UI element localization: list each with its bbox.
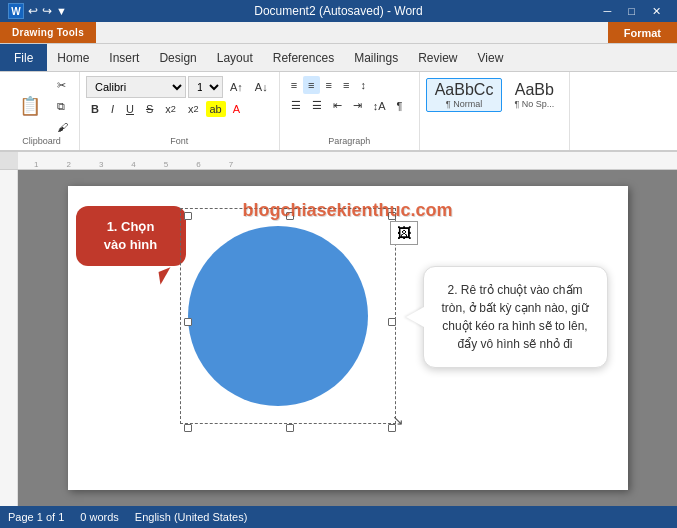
title-bar-title: Document2 (Autosaved) - Word — [254, 4, 423, 18]
style-no-spacing-label: ¶ No Sp... — [514, 99, 554, 109]
tab-references[interactable]: References — [263, 44, 344, 71]
resize-cursor: ↘ — [392, 412, 404, 428]
tab-file[interactable]: File — [0, 44, 47, 71]
handle-bottom-center[interactable] — [286, 424, 294, 432]
quick-access: ▼ — [56, 5, 67, 17]
callout-left: 1. Chọn vào hình — [76, 206, 186, 266]
show-formatting-button[interactable]: ¶ — [392, 97, 408, 115]
horizontal-ruler: 1 2 3 4 5 6 7 — [0, 152, 677, 170]
close-button[interactable]: ✕ — [644, 0, 669, 22]
minimize-button[interactable]: ─ — [596, 0, 620, 22]
content-area: blogchiasekienthuc.com 1. Chọn vào hình — [0, 170, 677, 506]
ribbon: 📋 ✂ ⧉ 🖌 Clipboard Calibri 13 — [0, 72, 677, 152]
callout-right-text: 2. Rê trỏ chuột vào chấm tròn, ở bất kỳ … — [441, 283, 588, 351]
tab-layout[interactable]: Layout — [207, 44, 263, 71]
style-no-spacing[interactable]: AaBb ¶ No Sp... — [505, 78, 563, 112]
bold-button[interactable]: B — [86, 100, 104, 118]
bullets-button[interactable]: ☰ — [286, 96, 306, 115]
ruler-mark-4: 4 — [131, 160, 135, 169]
align-left-button[interactable]: ≡ — [286, 76, 302, 94]
paste-button[interactable]: 📋 — [10, 90, 50, 122]
style-no-spacing-preview: AaBb — [515, 81, 554, 99]
superscript-button[interactable]: x2 — [183, 100, 204, 118]
style-normal[interactable]: AaBbCc ¶ Normal — [426, 78, 503, 112]
highlight-button[interactable]: ab — [206, 101, 226, 117]
watermark: blogchiasekienthuc.com — [242, 200, 452, 221]
blue-circle-shape[interactable] — [188, 226, 368, 406]
window-controls: ─ □ ✕ — [596, 0, 669, 22]
format-painter-button[interactable]: 🖌 — [52, 118, 73, 136]
clipboard-group: 📋 ✂ ⧉ 🖌 Clipboard — [4, 72, 80, 150]
ruler-mark-2: 2 — [66, 160, 70, 169]
font-label: Font — [170, 136, 188, 148]
strikethrough-button[interactable]: S — [141, 100, 158, 118]
callout-right: 2. Rê trỏ chuột vào chấm tròn, ở bất kỳ … — [423, 266, 608, 368]
page-count: Page 1 of 1 — [8, 511, 64, 523]
tab-design[interactable]: Design — [149, 44, 206, 71]
font-group: Calibri 13 A↑ A↓ B I U S x2 x2 ab A — [80, 72, 280, 150]
word-count: 0 words — [80, 511, 119, 523]
title-bar-left: W ↩ ↪ ▼ — [8, 3, 67, 19]
app-icon: W — [8, 3, 24, 19]
numbering-button[interactable]: ☰ — [307, 96, 327, 115]
increase-indent-button[interactable]: ⇥ — [348, 96, 367, 115]
callout-left-text: 1. Chọn vào hình — [104, 219, 157, 252]
maximize-button[interactable]: □ — [620, 0, 643, 22]
handle-top-left[interactable] — [184, 212, 192, 220]
ruler-mark-1: 1 — [34, 160, 38, 169]
status-bar: Page 1 of 1 0 words English (United Stat… — [0, 506, 677, 528]
drawing-tools-bar: Drawing Tools Format — [0, 22, 677, 44]
tab-insert[interactable]: Insert — [99, 44, 149, 71]
italic-button[interactable]: I — [106, 100, 119, 118]
ruler-mark-5: 5 — [164, 160, 168, 169]
shape-container[interactable]: ↘ 🖼 — [188, 216, 388, 416]
align-center-button[interactable]: ≡ — [303, 76, 319, 94]
handle-bottom-left[interactable] — [184, 424, 192, 432]
paragraph-label: Paragraph — [328, 136, 370, 148]
clipboard-label: Clipboard — [22, 136, 61, 148]
redo-icon[interactable]: ↪ — [42, 4, 52, 18]
format-tab-active[interactable]: Format — [608, 22, 677, 43]
drawing-tools-label: Drawing Tools — [0, 22, 96, 43]
grow-font-button[interactable]: A↑ — [225, 78, 248, 96]
font-name-select[interactable]: Calibri — [86, 76, 186, 98]
ruler-marks: 1 2 3 4 5 6 7 — [30, 152, 261, 169]
ribbon-tabs: File Home Insert Design Layout Reference… — [0, 44, 677, 72]
style-normal-preview: AaBbCc — [435, 81, 494, 99]
styles-group: AaBbCc ¶ Normal AaBb ¶ No Sp... — [420, 72, 571, 150]
clipboard-buttons: 📋 ✂ ⧉ 🖌 — [10, 76, 73, 136]
tab-home[interactable]: Home — [47, 44, 99, 71]
ruler-mark-6: 6 — [196, 160, 200, 169]
vertical-ruler — [0, 170, 18, 506]
subscript-button[interactable]: x2 — [160, 100, 181, 118]
ruler-mark-3: 3 — [99, 160, 103, 169]
title-bar: W ↩ ↪ ▼ Document2 (Autosaved) - Word ─ □… — [0, 0, 677, 22]
handle-middle-left[interactable] — [184, 318, 192, 326]
language: English (United States) — [135, 511, 248, 523]
font-size-select[interactable]: 13 — [188, 76, 223, 98]
document-page[interactable]: 1. Chọn vào hình — [68, 186, 628, 490]
shrink-font-button[interactable]: A↓ — [250, 78, 273, 96]
decrease-indent-button[interactable]: ⇤ — [328, 96, 347, 115]
align-right-button[interactable]: ≡ — [321, 76, 337, 94]
sort-button[interactable]: ↕A — [368, 97, 391, 115]
tab-review[interactable]: Review — [408, 44, 467, 71]
cut-button[interactable]: ✂ — [52, 76, 73, 95]
justify-button[interactable]: ≡ — [338, 76, 354, 94]
font-color-button[interactable]: A — [228, 100, 245, 118]
style-normal-label: ¶ Normal — [446, 99, 482, 109]
ruler-mark-7: 7 — [229, 160, 233, 169]
tab-mailings[interactable]: Mailings — [344, 44, 408, 71]
copy-button[interactable]: ⧉ — [52, 97, 73, 116]
undo-icon[interactable]: ↩ — [28, 4, 38, 18]
handle-middle-right[interactable] — [388, 318, 396, 326]
underline-button[interactable]: U — [121, 100, 139, 118]
paragraph-group: ≡ ≡ ≡ ≡ ↕ ☰ ☰ ⇤ ⇥ ↕A ¶ Paragraph — [280, 72, 420, 150]
line-spacing-button[interactable]: ↕ — [355, 76, 371, 94]
image-icon[interactable]: 🖼 — [390, 221, 418, 245]
tab-view[interactable]: View — [468, 44, 514, 71]
